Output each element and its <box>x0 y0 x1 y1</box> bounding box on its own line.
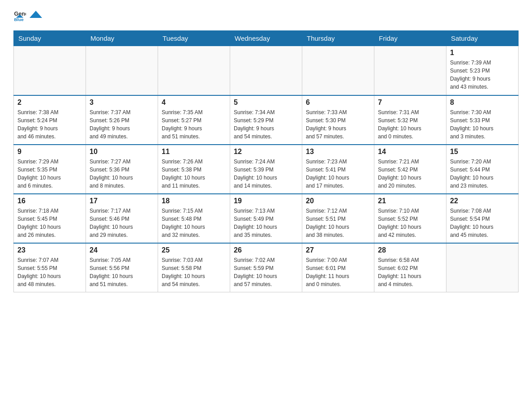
col-wednesday: Wednesday <box>230 31 302 46</box>
day-number: 2 <box>17 98 82 107</box>
day-info: Sunrise: 7:15 AM Sunset: 5:48 PM Dayligh… <box>162 207 226 239</box>
calendar-day-cell: 15Sunrise: 7:20 AM Sunset: 5:44 PM Dayli… <box>446 145 519 194</box>
calendar-day-cell: 11Sunrise: 7:26 AM Sunset: 5:38 PM Dayli… <box>158 145 230 194</box>
day-info: Sunrise: 7:27 AM Sunset: 5:36 PM Dayligh… <box>90 158 154 190</box>
svg-text:Blue: Blue <box>14 17 24 21</box>
day-number: 7 <box>378 98 442 107</box>
day-info: Sunrise: 7:07 AM Sunset: 5:55 PM Dayligh… <box>17 256 82 288</box>
calendar-day-cell: 3Sunrise: 7:37 AM Sunset: 5:26 PM Daylig… <box>86 95 158 145</box>
day-number: 18 <box>162 197 226 205</box>
calendar-day-cell: 27Sunrise: 7:00 AM Sunset: 6:01 PM Dayli… <box>302 243 374 292</box>
day-info: Sunrise: 7:17 AM Sunset: 5:46 PM Dayligh… <box>90 207 154 239</box>
day-info: Sunrise: 7:18 AM Sunset: 5:45 PM Dayligh… <box>17 207 82 239</box>
day-number: 20 <box>306 197 370 205</box>
day-number: 22 <box>450 197 515 205</box>
day-info: Sunrise: 7:35 AM Sunset: 5:27 PM Dayligh… <box>162 108 226 141</box>
calendar-week-row: 23Sunrise: 7:07 AM Sunset: 5:55 PM Dayli… <box>14 243 519 292</box>
logo-triangle-icon <box>30 9 42 21</box>
calendar-day-cell <box>446 243 519 292</box>
day-info: Sunrise: 7:30 AM Sunset: 5:33 PM Dayligh… <box>450 108 515 141</box>
day-info: Sunrise: 7:03 AM Sunset: 5:58 PM Dayligh… <box>162 256 226 288</box>
day-number: 15 <box>450 148 515 156</box>
calendar-day-cell: 19Sunrise: 7:13 AM Sunset: 5:49 PM Dayli… <box>230 194 302 243</box>
logo: General Blue <box>13 9 43 21</box>
calendar-week-row: 2Sunrise: 7:38 AM Sunset: 5:24 PM Daylig… <box>14 95 519 145</box>
calendar-day-cell: 20Sunrise: 7:12 AM Sunset: 5:51 PM Dayli… <box>302 194 374 243</box>
day-info: Sunrise: 7:38 AM Sunset: 5:24 PM Dayligh… <box>17 108 82 141</box>
day-number: 25 <box>162 246 226 254</box>
calendar-week-row: 1Sunrise: 7:39 AM Sunset: 5:23 PM Daylig… <box>14 46 519 95</box>
day-number: 13 <box>306 148 370 156</box>
day-number: 8 <box>450 98 515 107</box>
calendar-day-cell: 9Sunrise: 7:29 AM Sunset: 5:35 PM Daylig… <box>14 145 86 194</box>
calendar-day-cell <box>374 46 446 95</box>
calendar-table: Sunday Monday Tuesday Wednesday Thursday… <box>13 30 519 292</box>
day-info: Sunrise: 7:39 AM Sunset: 5:23 PM Dayligh… <box>450 59 515 91</box>
calendar-day-cell: 22Sunrise: 7:08 AM Sunset: 5:54 PM Dayli… <box>446 194 519 243</box>
calendar-day-cell: 18Sunrise: 7:15 AM Sunset: 5:48 PM Dayli… <box>158 194 230 243</box>
day-info: Sunrise: 7:08 AM Sunset: 5:54 PM Dayligh… <box>450 207 515 239</box>
calendar-week-row: 9Sunrise: 7:29 AM Sunset: 5:35 PM Daylig… <box>14 145 519 194</box>
day-info: Sunrise: 7:13 AM Sunset: 5:49 PM Dayligh… <box>234 207 298 239</box>
day-info: Sunrise: 7:31 AM Sunset: 5:32 PM Dayligh… <box>378 108 442 141</box>
calendar-day-cell: 12Sunrise: 7:24 AM Sunset: 5:39 PM Dayli… <box>230 145 302 194</box>
calendar-day-cell: 10Sunrise: 7:27 AM Sunset: 5:36 PM Dayli… <box>86 145 158 194</box>
calendar-day-cell: 25Sunrise: 7:03 AM Sunset: 5:58 PM Dayli… <box>158 243 230 292</box>
calendar-day-cell: 4Sunrise: 7:35 AM Sunset: 5:27 PM Daylig… <box>158 95 230 145</box>
calendar-day-cell: 6Sunrise: 7:33 AM Sunset: 5:30 PM Daylig… <box>302 95 374 145</box>
day-number: 11 <box>162 148 226 156</box>
day-number: 6 <box>306 98 370 107</box>
calendar-day-cell: 1Sunrise: 7:39 AM Sunset: 5:23 PM Daylig… <box>446 46 519 95</box>
day-info: Sunrise: 7:23 AM Sunset: 5:41 PM Dayligh… <box>306 158 370 190</box>
col-thursday: Thursday <box>302 31 374 46</box>
day-number: 17 <box>90 197 154 205</box>
calendar-day-cell: 7Sunrise: 7:31 AM Sunset: 5:32 PM Daylig… <box>374 95 446 145</box>
day-number: 9 <box>17 148 82 156</box>
calendar-day-cell <box>158 46 230 95</box>
day-number: 3 <box>90 98 154 107</box>
day-number: 21 <box>378 197 442 205</box>
day-info: Sunrise: 7:05 AM Sunset: 5:56 PM Dayligh… <box>90 256 154 288</box>
day-info: Sunrise: 7:20 AM Sunset: 5:44 PM Dayligh… <box>450 158 515 190</box>
calendar-day-cell: 23Sunrise: 7:07 AM Sunset: 5:55 PM Dayli… <box>14 243 86 292</box>
calendar-day-cell: 21Sunrise: 7:10 AM Sunset: 5:52 PM Dayli… <box>374 194 446 243</box>
calendar-week-row: 16Sunrise: 7:18 AM Sunset: 5:45 PM Dayli… <box>14 194 519 243</box>
day-number: 27 <box>306 246 370 254</box>
day-number: 16 <box>17 197 82 205</box>
day-info: Sunrise: 7:21 AM Sunset: 5:42 PM Dayligh… <box>378 158 442 190</box>
day-number: 28 <box>378 246 442 254</box>
day-info: Sunrise: 7:29 AM Sunset: 5:35 PM Dayligh… <box>17 158 82 190</box>
day-number: 23 <box>17 246 82 254</box>
day-info: Sunrise: 7:00 AM Sunset: 6:01 PM Dayligh… <box>306 256 370 288</box>
day-number: 10 <box>90 148 154 156</box>
day-info: Sunrise: 7:26 AM Sunset: 5:38 PM Dayligh… <box>162 158 226 190</box>
calendar-day-cell <box>86 46 158 95</box>
calendar-header-row: Sunday Monday Tuesday Wednesday Thursday… <box>14 31 519 46</box>
calendar-day-cell: 5Sunrise: 7:34 AM Sunset: 5:29 PM Daylig… <box>230 95 302 145</box>
col-saturday: Saturday <box>446 31 519 46</box>
day-info: Sunrise: 7:24 AM Sunset: 5:39 PM Dayligh… <box>234 158 298 190</box>
col-sunday: Sunday <box>14 31 86 46</box>
day-number: 12 <box>234 148 298 156</box>
day-number: 14 <box>378 148 442 156</box>
day-info: Sunrise: 7:12 AM Sunset: 5:51 PM Dayligh… <box>306 207 370 239</box>
calendar-day-cell: 8Sunrise: 7:30 AM Sunset: 5:33 PM Daylig… <box>446 95 519 145</box>
day-info: Sunrise: 6:58 AM Sunset: 6:02 PM Dayligh… <box>378 256 442 288</box>
calendar-day-cell <box>230 46 302 95</box>
day-number: 26 <box>234 246 298 254</box>
svg-marker-3 <box>30 11 42 18</box>
day-number: 24 <box>90 246 154 254</box>
logo-icon: General Blue <box>13 9 26 21</box>
day-info: Sunrise: 7:34 AM Sunset: 5:29 PM Dayligh… <box>234 108 298 141</box>
col-friday: Friday <box>374 31 446 46</box>
day-info: Sunrise: 7:10 AM Sunset: 5:52 PM Dayligh… <box>378 207 442 239</box>
col-tuesday: Tuesday <box>158 31 230 46</box>
calendar-day-cell: 2Sunrise: 7:38 AM Sunset: 5:24 PM Daylig… <box>14 95 86 145</box>
calendar-day-cell: 14Sunrise: 7:21 AM Sunset: 5:42 PM Dayli… <box>374 145 446 194</box>
day-number: 1 <box>450 49 515 57</box>
day-number: 5 <box>234 98 298 107</box>
day-info: Sunrise: 7:37 AM Sunset: 5:26 PM Dayligh… <box>90 108 154 141</box>
day-number: 19 <box>234 197 298 205</box>
calendar-day-cell: 13Sunrise: 7:23 AM Sunset: 5:41 PM Dayli… <box>302 145 374 194</box>
calendar-day-cell: 24Sunrise: 7:05 AM Sunset: 5:56 PM Dayli… <box>86 243 158 292</box>
